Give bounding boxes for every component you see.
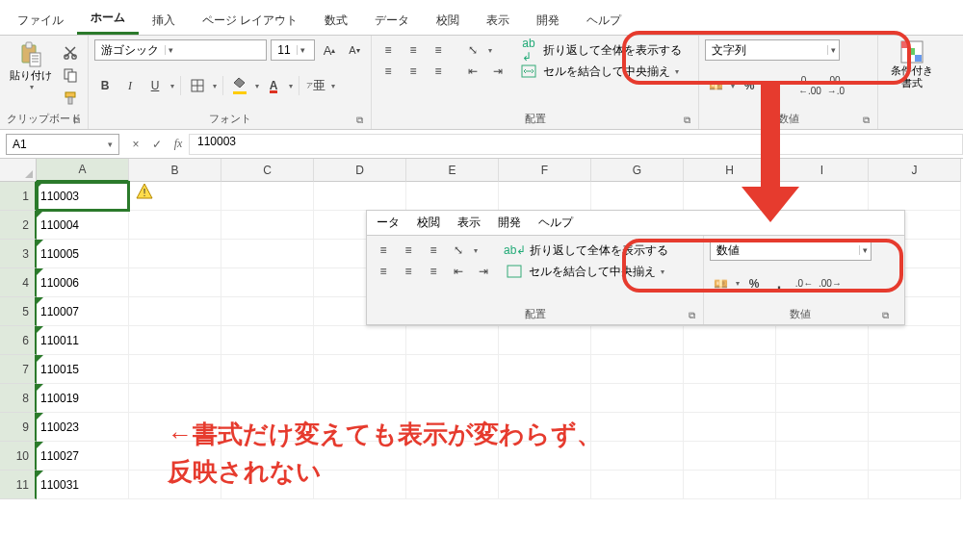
cell-J10[interactable] [869, 442, 961, 471]
column-header-C[interactable]: C [221, 159, 314, 182]
cell-D6[interactable] [314, 326, 406, 355]
cell-E7[interactable] [406, 355, 499, 384]
cell-I11[interactable] [776, 471, 869, 499]
cell-F1[interactable] [499, 182, 591, 211]
increase-indent-icon[interactable]: ⇥ [487, 61, 508, 82]
cell-D8[interactable] [314, 384, 406, 413]
increase-decimal-icon[interactable]: .0← [794, 273, 815, 294]
cell-A6[interactable]: 110011 [37, 326, 129, 355]
font-size-combo[interactable]: 11▾ [271, 39, 315, 61]
align-top-icon[interactable]: ≡ [373, 240, 394, 261]
align-right-icon[interactable]: ≡ [428, 61, 449, 82]
increase-indent-icon[interactable]: ⇥ [473, 261, 494, 282]
align-center-icon[interactable]: ≡ [403, 61, 424, 82]
wrap-text-button[interactable]: ab↲折り返して全体を表示する [518, 39, 682, 61]
dialog-launcher-icon[interactable]: ⧉ [73, 115, 80, 126]
paste-button[interactable]: 貼り付け ▾ [6, 39, 56, 93]
cell-J1[interactable] [869, 182, 961, 211]
row-header-5[interactable]: 5 [0, 297, 37, 326]
comma-icon[interactable]: , [768, 273, 790, 294]
formula-input[interactable]: 110003 [189, 134, 963, 155]
font-family-combo[interactable]: 游ゴシック▾ [94, 39, 267, 61]
accounting-format-icon[interactable]: 💴 [705, 75, 726, 96]
cell-B2[interactable] [129, 211, 221, 240]
cell-F6[interactable] [499, 326, 591, 355]
cell-I1[interactable] [776, 182, 869, 211]
row-header-6[interactable]: 6 [0, 326, 37, 355]
fx-icon[interactable]: fx [168, 137, 189, 151]
menu-item-表示[interactable]: 表示 [473, 9, 523, 35]
conditional-format-button[interactable]: 条件付き 書式 [884, 39, 940, 89]
cell-B6[interactable] [129, 326, 221, 355]
copy-icon[interactable] [60, 64, 81, 86]
align-left-icon[interactable]: ≡ [373, 261, 394, 282]
cell-G10[interactable] [591, 442, 684, 471]
cell-H10[interactable] [684, 442, 776, 471]
menu-item-表示[interactable]: 表示 [457, 215, 481, 231]
cell-C5[interactable] [221, 297, 314, 326]
cell-A10[interactable]: 110027 [37, 442, 129, 471]
number-format-combo[interactable]: 文字列▾ [705, 39, 840, 61]
column-header-A[interactable]: A [37, 159, 129, 182]
row-header-7[interactable]: 7 [0, 355, 37, 384]
underline-button[interactable]: U [144, 75, 166, 96]
cell-J9[interactable] [869, 413, 961, 442]
enter-formula-icon[interactable]: ✓ [146, 138, 168, 151]
cell-H1[interactable] [684, 182, 776, 211]
dialog-launcher-icon[interactable]: ⧉ [684, 115, 690, 126]
cell-J11[interactable] [869, 471, 961, 499]
accounting-format-icon[interactable]: 💴 [710, 273, 731, 294]
cell-A11[interactable]: 110031 [37, 471, 129, 499]
phonetic-icon[interactable]: ア亜 [305, 75, 326, 96]
dialog-launcher-icon[interactable]: ⧉ [882, 310, 889, 321]
cell-G11[interactable] [591, 471, 684, 499]
decrease-font-icon[interactable]: A▾ [344, 39, 365, 61]
align-left-icon[interactable]: ≡ [377, 61, 399, 82]
row-header-3[interactable]: 3 [0, 240, 37, 268]
cell-G8[interactable] [591, 384, 684, 413]
decrease-decimal-icon[interactable]: .00→.0 [825, 75, 846, 96]
cell-C2[interactable] [221, 211, 314, 240]
align-middle-icon[interactable]: ≡ [398, 240, 419, 261]
menu-item-ホーム[interactable]: ホーム [77, 6, 139, 35]
cell-H8[interactable] [684, 384, 776, 413]
font-color-icon[interactable]: A [263, 75, 284, 96]
menu-item-ータ[interactable]: ータ [377, 215, 400, 231]
wrap-text-button[interactable]: ab↲折り返して全体を表示する [504, 240, 668, 261]
menu-item-開発[interactable]: 開発 [523, 9, 573, 35]
cell-B8[interactable] [129, 384, 221, 413]
align-middle-icon[interactable]: ≡ [403, 39, 424, 61]
cell-A4[interactable]: 110006 [37, 268, 129, 297]
column-header-I[interactable]: I [776, 159, 869, 182]
merge-center-button[interactable]: セルを結合して中央揃え▾ [504, 261, 668, 282]
orientation-icon[interactable]: ⤡ [448, 240, 469, 261]
menu-item-挿入[interactable]: 挿入 [139, 9, 189, 35]
cell-C4[interactable] [221, 268, 314, 297]
cell-H6[interactable] [684, 326, 776, 355]
comma-icon[interactable]: , [764, 75, 785, 96]
cell-I10[interactable] [776, 442, 869, 471]
italic-button[interactable]: I [119, 75, 141, 96]
align-top-icon[interactable]: ≡ [377, 39, 399, 61]
cell-A8[interactable]: 110019 [37, 384, 129, 413]
menu-item-校閲[interactable]: 校閲 [423, 9, 473, 35]
percent-icon[interactable]: % [743, 273, 765, 294]
cell-A2[interactable]: 110004 [37, 211, 129, 240]
orientation-icon[interactable]: ⤡ [462, 39, 483, 61]
align-center-icon[interactable]: ≡ [398, 261, 419, 282]
row-header-8[interactable]: 8 [0, 384, 37, 413]
cell-G1[interactable] [591, 182, 684, 211]
select-all-corner[interactable] [0, 159, 37, 182]
cell-H9[interactable] [684, 413, 776, 442]
increase-font-icon[interactable]: A▴ [319, 39, 340, 61]
cell-D1[interactable] [314, 182, 406, 211]
increase-decimal-icon[interactable]: .0←.00 [798, 75, 821, 96]
menu-item-数式[interactable]: 数式 [311, 9, 361, 35]
name-box[interactable]: A1▾ [6, 134, 119, 155]
column-header-D[interactable]: D [314, 159, 406, 182]
cancel-formula-icon[interactable]: × [125, 138, 146, 151]
row-header-2[interactable]: 2 [0, 211, 37, 240]
cell-B4[interactable] [129, 268, 221, 297]
cell-F8[interactable] [499, 384, 591, 413]
column-header-J[interactable]: J [869, 159, 961, 182]
